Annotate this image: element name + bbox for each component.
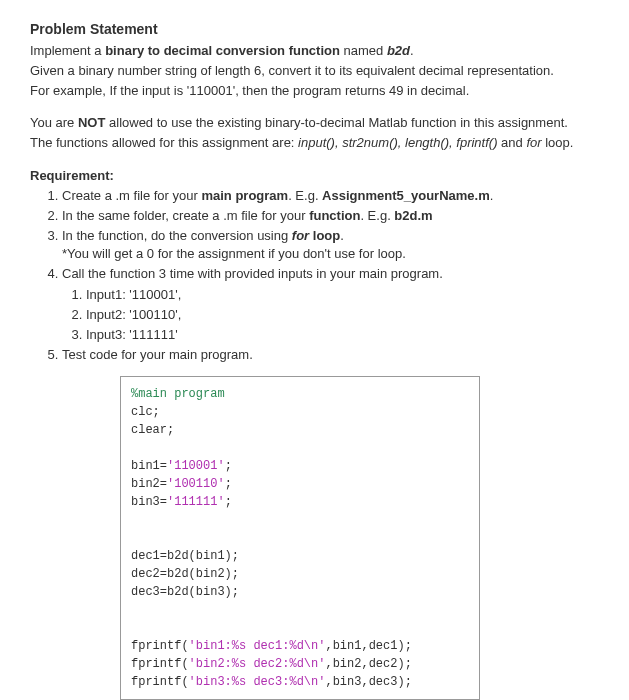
text: bin1= [131,459,167,473]
text: You are [30,115,78,130]
text: . E.g. [288,188,322,203]
text: loop. [542,135,574,150]
intro-line-3: For example, If the input is '110001', t… [30,82,599,100]
intro-line-2: Given a binary number string of length 6… [30,62,599,80]
text: ,bin3,dec3); [325,675,411,689]
input-item-3: Input3: '111111' [86,326,599,344]
text: ,bin1,dec1); [325,639,411,653]
restriction-line-1: You are NOT allowed to use the existing … [30,114,599,132]
text: fprintf( [131,639,189,653]
code-line: dec1=b2d(bin1); [131,547,469,565]
code-line: bin1='110001'; [131,457,469,475]
text-bold: main program [201,188,288,203]
text: . [490,188,494,203]
text: fprintf( [131,675,189,689]
text: fprintf( [131,657,189,671]
text-bold: loop [309,228,340,243]
text-bold: binary to decimal conversion function [105,43,340,58]
requirement-list: Create a .m file for your main program. … [62,187,599,365]
code-string: 'bin3:%s dec3:%d\n' [189,675,326,689]
restriction-line-2: The functions allowed for this assignmen… [30,134,599,152]
code-string: '110001' [167,459,225,473]
text: In the function, do the conversion using [62,228,292,243]
text: Implement a [30,43,105,58]
text-bold: b2d.m [394,208,432,223]
text: ; [225,459,232,473]
code-comment: %main program [131,387,225,401]
text: bin3= [131,495,167,509]
code-line: clear; [131,421,469,439]
text: and [497,135,526,150]
for-keyword: for [292,228,309,243]
function-name: b2d [387,43,410,58]
text: allowed to use the existing binary-to-de… [105,115,567,130]
code-string: 'bin2:%s dec2:%d\n' [189,657,326,671]
text: In the same folder, create a .m file for… [62,208,309,223]
code-line: dec3=b2d(bin3); [131,583,469,601]
for-keyword: for [526,135,541,150]
requirement-item-4: Call the function 3 time with provided i… [62,265,599,344]
allowed-functions: input(), str2num(), length(), fprintf() [298,135,497,150]
code-sample: %main program clc; clear; bin1='110001';… [120,376,480,700]
code-line: bin2='100110'; [131,475,469,493]
text: ,bin2,dec2); [325,657,411,671]
requirement-item-3: In the function, do the conversion using… [62,227,599,263]
text: . E.g. [360,208,394,223]
text: . [410,43,414,58]
text: The functions allowed for this assignmen… [30,135,298,150]
text-bold: function [309,208,360,223]
text: ; [225,495,232,509]
input-list: Input1: '110001', Input2: '100110', Inpu… [86,286,599,345]
text: Create a .m file for your [62,188,201,203]
code-line: bin3='111111'; [131,493,469,511]
requirement-heading: Requirement: [30,167,599,185]
code-line: dec2=b2d(bin2); [131,565,469,583]
code-string: '100110' [167,477,225,491]
requirement-3-note: *You will get a 0 for the assignment if … [62,245,599,263]
input-item-2: Input2: '100110', [86,306,599,324]
code-line: fprintf('bin2:%s dec2:%d\n',bin2,dec2); [131,655,469,673]
text: Call the function 3 time with provided i… [62,266,443,281]
code-line: fprintf('bin1:%s dec1:%d\n',bin1,dec1); [131,637,469,655]
requirement-item-1: Create a .m file for your main program. … [62,187,599,205]
text: named [340,43,387,58]
code-string: 'bin1:%s dec1:%d\n' [189,639,326,653]
text: ; [225,477,232,491]
text-bold: Assignment5_yourName.m [322,188,490,203]
text-bold: NOT [78,115,105,130]
code-line: fprintf('bin3:%s dec3:%d\n',bin3,dec3); [131,673,469,691]
code-line: clc; [131,403,469,421]
text: . [340,228,344,243]
text: bin2= [131,477,167,491]
code-string: '111111' [167,495,225,509]
problem-statement-heading: Problem Statement [30,20,599,40]
requirement-item-2: In the same folder, create a .m file for… [62,207,599,225]
intro-line-1: Implement a binary to decimal conversion… [30,42,599,60]
input-item-1: Input1: '110001', [86,286,599,304]
requirement-item-5: Test code for your main program. [62,346,599,364]
